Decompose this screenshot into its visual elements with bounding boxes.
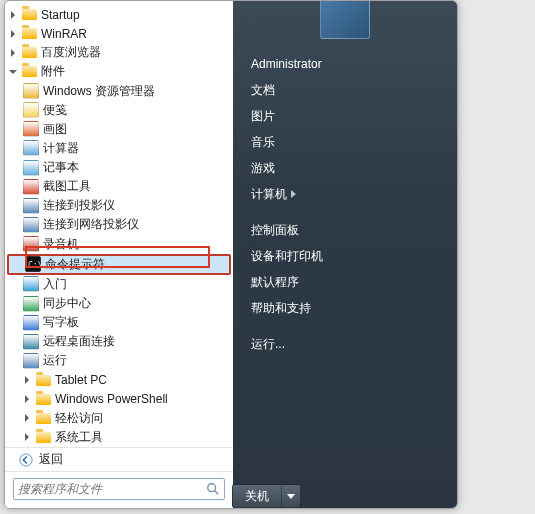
separator bbox=[247, 207, 443, 217]
program-item-画图[interactable]: 画图 bbox=[7, 120, 231, 139]
program-item-Tablet PC[interactable]: Tablet PC bbox=[7, 370, 231, 389]
search-row bbox=[5, 471, 233, 508]
calc-icon bbox=[23, 140, 39, 156]
program-item-label: Startup bbox=[41, 8, 80, 22]
program-item-Startup[interactable]: Startup bbox=[7, 5, 231, 24]
computer-item[interactable]: 计算机 bbox=[247, 181, 443, 207]
shutdown-button[interactable]: 关机 bbox=[232, 484, 301, 508]
paint-icon bbox=[23, 121, 39, 137]
folder-icon bbox=[35, 372, 51, 388]
expand-arrow-icon bbox=[11, 49, 15, 57]
search-box[interactable] bbox=[13, 478, 225, 500]
program-item-Windows PowerShell[interactable]: Windows PowerShell bbox=[7, 390, 231, 409]
program-item-Windows 资源管理器[interactable]: Windows 资源管理器 bbox=[7, 82, 231, 101]
program-item-同步中心[interactable]: 同步中心 bbox=[7, 294, 231, 313]
program-item-label: 记事本 bbox=[43, 159, 79, 176]
separator bbox=[247, 321, 443, 331]
sync-icon bbox=[23, 296, 39, 312]
program-item-录音机[interactable]: 录音机 bbox=[7, 235, 231, 254]
program-item-label: WinRAR bbox=[41, 27, 87, 41]
program-item-记事本[interactable]: 记事本 bbox=[7, 158, 231, 177]
shutdown-label: 关机 bbox=[245, 488, 269, 505]
expand-arrow-icon bbox=[25, 376, 29, 384]
back-button[interactable]: 返回 bbox=[5, 447, 233, 471]
svg-line-2 bbox=[215, 491, 219, 495]
program-item-WinRAR[interactable]: WinRAR bbox=[7, 24, 231, 43]
folder-icon bbox=[35, 429, 51, 445]
program-item-运行[interactable]: 运行 bbox=[7, 351, 231, 370]
games-item[interactable]: 游戏 bbox=[247, 155, 443, 181]
program-item-label: 百度浏览器 bbox=[41, 44, 101, 61]
computer-label: 计算机 bbox=[251, 186, 287, 203]
user-avatar[interactable] bbox=[320, 0, 370, 39]
default-programs-label: 默认程序 bbox=[251, 274, 299, 291]
expand-arrow-icon bbox=[9, 70, 17, 74]
devices-printers-label: 设备和打印机 bbox=[251, 248, 323, 265]
search-input[interactable] bbox=[18, 482, 206, 496]
wordpad-icon bbox=[23, 315, 39, 331]
program-item-入门[interactable]: 入门 bbox=[7, 275, 231, 294]
svg-point-1 bbox=[208, 484, 216, 492]
program-item-系统工具[interactable]: 系统工具 bbox=[7, 428, 231, 447]
program-item-便笺[interactable]: 便笺 bbox=[7, 101, 231, 120]
program-item-label: 计算器 bbox=[43, 140, 79, 157]
proj-icon bbox=[23, 198, 39, 214]
pictures-item[interactable]: 图片 bbox=[247, 103, 443, 129]
explorer-icon bbox=[23, 83, 39, 99]
program-item-label: 命令提示符 bbox=[45, 256, 105, 273]
program-item-label: 系统工具 bbox=[55, 429, 103, 446]
username-item[interactable]: Administrator bbox=[247, 51, 443, 77]
sticky-icon bbox=[23, 102, 39, 118]
program-item-label: 截图工具 bbox=[43, 178, 91, 195]
program-item-label: 写字板 bbox=[43, 314, 79, 331]
run-item[interactable]: 运行... bbox=[247, 331, 443, 357]
back-label: 返回 bbox=[39, 451, 63, 468]
chevron-down-icon bbox=[287, 494, 295, 499]
folder-icon bbox=[35, 410, 51, 426]
music-item[interactable]: 音乐 bbox=[247, 129, 443, 155]
program-item-label: 同步中心 bbox=[43, 295, 91, 312]
expand-arrow-icon bbox=[11, 30, 15, 38]
program-item-附件[interactable]: 附件 bbox=[7, 62, 231, 81]
documents-label: 文档 bbox=[251, 82, 275, 99]
screenshot-root: StartupWinRAR百度浏览器附件Windows 资源管理器便笺画图计算器… bbox=[0, 0, 535, 514]
program-item-截图工具[interactable]: 截图工具 bbox=[7, 177, 231, 196]
folder-icon bbox=[21, 64, 37, 80]
shutdown-row: 关机 bbox=[232, 484, 301, 508]
default-programs-item[interactable]: 默认程序 bbox=[247, 269, 443, 295]
control-panel-label: 控制面板 bbox=[251, 222, 299, 239]
documents-item[interactable]: 文档 bbox=[247, 77, 443, 103]
program-item-label: Windows 资源管理器 bbox=[43, 83, 155, 100]
program-item-label: 轻松访问 bbox=[55, 410, 103, 427]
program-item-label: 连接到网络投影仪 bbox=[43, 216, 139, 233]
program-item-百度浏览器[interactable]: 百度浏览器 bbox=[7, 43, 231, 62]
expand-arrow-icon bbox=[25, 433, 29, 441]
program-item-label: 附件 bbox=[41, 63, 65, 80]
program-item-label: 便笺 bbox=[43, 102, 67, 119]
folder-icon bbox=[21, 45, 37, 61]
program-item-label: Windows PowerShell bbox=[55, 392, 168, 406]
program-item-label: Tablet PC bbox=[55, 373, 107, 387]
program-item-label: 远程桌面连接 bbox=[43, 333, 115, 350]
folder-icon bbox=[21, 7, 37, 23]
control-panel-item[interactable]: 控制面板 bbox=[247, 217, 443, 243]
program-item-轻松访问[interactable]: 轻松访问 bbox=[7, 409, 231, 428]
program-item-连接到网络投影仪[interactable]: 连接到网络投影仪 bbox=[7, 215, 231, 234]
music-label: 音乐 bbox=[251, 134, 275, 151]
shutdown-main[interactable]: 关机 bbox=[233, 485, 282, 507]
run-icon bbox=[23, 353, 39, 369]
program-item-连接到投影仪[interactable]: 连接到投影仪 bbox=[7, 196, 231, 215]
recorder-icon bbox=[23, 236, 39, 252]
pictures-label: 图片 bbox=[251, 108, 275, 125]
expand-arrow-icon bbox=[25, 414, 29, 422]
program-item-写字板[interactable]: 写字板 bbox=[7, 313, 231, 332]
program-item-命令提示符[interactable]: C:\命令提示符 bbox=[7, 254, 231, 275]
devices-printers-item[interactable]: 设备和打印机 bbox=[247, 243, 443, 269]
program-item-计算器[interactable]: 计算器 bbox=[7, 139, 231, 158]
programs-list: StartupWinRAR百度浏览器附件Windows 资源管理器便笺画图计算器… bbox=[5, 1, 233, 447]
shutdown-options-button[interactable] bbox=[282, 485, 300, 507]
snip-icon bbox=[23, 179, 39, 195]
help-support-item[interactable]: 帮助和支持 bbox=[247, 295, 443, 321]
program-item-远程桌面连接[interactable]: 远程桌面连接 bbox=[7, 332, 231, 351]
svg-point-0 bbox=[20, 453, 32, 465]
